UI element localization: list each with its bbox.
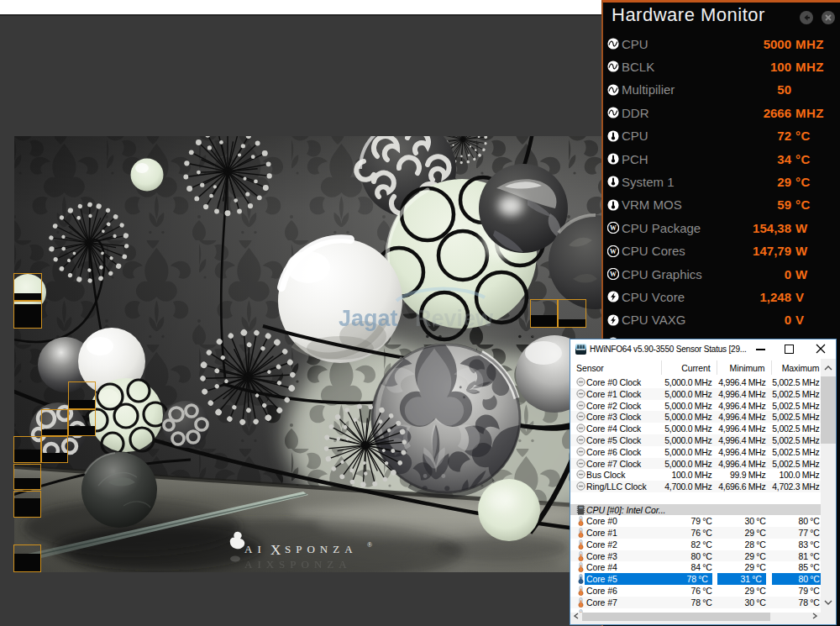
svg-text:SPONZA: SPONZA xyxy=(285,543,358,555)
svg-text:W: W xyxy=(610,271,617,278)
svg-text:AIXSPONZA: AIXSPONZA xyxy=(244,558,352,571)
svg-text:Review: Review xyxy=(415,306,494,331)
svg-text:®: ® xyxy=(367,541,372,549)
svg-text:W: W xyxy=(610,224,617,232)
svg-text:W: W xyxy=(610,247,617,255)
svg-text:AI: AI xyxy=(244,543,266,555)
svg-text:Jagat: Jagat xyxy=(339,306,398,331)
svg-text:X: X xyxy=(270,542,281,558)
